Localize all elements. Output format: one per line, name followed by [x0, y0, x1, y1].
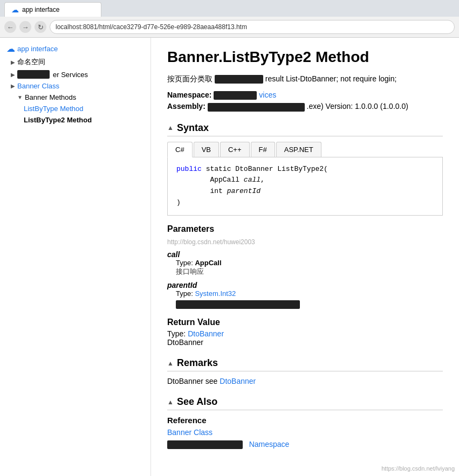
- assembly-redacted: [208, 103, 305, 112]
- redacted-inline: [215, 75, 263, 84]
- refresh-button[interactable]: ↻: [35, 21, 46, 33]
- return-type-row: Type: DtoBanner: [167, 329, 443, 338]
- sidebar-item-services[interactable]: ▶ er Services: [0, 68, 150, 80]
- syntax-header: ▲ Syntax: [167, 122, 443, 136]
- back-button[interactable]: ←: [4, 21, 16, 33]
- param1-name: call: [167, 250, 443, 259]
- return-type-link[interactable]: DtoBanner: [188, 329, 224, 338]
- return-desc: DtoBanner: [167, 338, 443, 347]
- return-section: Return Value Type: DtoBanner DtoBanner: [167, 318, 443, 347]
- banner-class-ref-row: Banner Class: [167, 428, 443, 437]
- desc-suffix: result List-DtoBanner; not require login…: [265, 74, 397, 83]
- code-tabs: C# VB C++ F# ASP.NET: [167, 142, 443, 157]
- cloud-tab-icon: ☁: [11, 5, 19, 14]
- reference-title: Reference: [167, 416, 443, 425]
- tab-fsharp[interactable]: F#: [251, 142, 275, 157]
- sidebar-listbytype-link[interactable]: ListByType Method: [24, 105, 84, 113]
- sidebar-app-link[interactable]: app interface: [17, 45, 58, 53]
- footer-watermark: https://blog.csdn.net/lviyang: [381, 465, 455, 472]
- syntax-label: Syntax: [177, 122, 209, 134]
- see-also-section: Reference Banner Class Namespace: [167, 416, 443, 449]
- remarks-collapse-icon[interactable]: ▲: [167, 360, 174, 367]
- param2-redacted: [176, 300, 300, 309]
- kw-public: public: [176, 165, 202, 173]
- cloud-icon: ☁: [6, 44, 15, 54]
- parameters-section: Parameters http://blog.csdn.net/huwei200…: [167, 224, 443, 309]
- sidebar-item-banner-class[interactable]: ▶ Banner Class: [0, 80, 150, 92]
- sidebar-item-banner-methods[interactable]: ▼ Banner Methods: [0, 92, 150, 103]
- arrow-icon: ▶: [11, 59, 15, 65]
- remarks-label: Remarks: [177, 357, 218, 369]
- remarks-text: DtoBanner see DtoBanner: [167, 377, 443, 385]
- description: 按页面分类取 result List-DtoBanner; not requir…: [167, 74, 443, 84]
- browser-chrome: ☁ app interface ← → ↻: [0, 0, 459, 38]
- sidebar-listbytype2-label: ListByType2 Method: [24, 116, 92, 124]
- param2-name: parentId: [167, 281, 443, 289]
- address-bar[interactable]: [50, 20, 455, 34]
- tab-bar: ☁ app interface: [0, 0, 459, 17]
- sidebar-item-listbytype[interactable]: ListByType Method: [0, 103, 150, 114]
- tab-vb[interactable]: VB: [194, 142, 219, 157]
- main-layout: ☁ app interface ▶ 命名空间 ▶ er Services ▶ B…: [0, 38, 459, 476]
- sidebar-item-listbytype2[interactable]: ListByType2 Method: [0, 114, 150, 126]
- tab-cpp[interactable]: C++: [220, 142, 250, 157]
- param1-type: Type: AppCall: [176, 259, 443, 267]
- code-int: int parentId: [176, 187, 261, 195]
- collapse-arrow-icon[interactable]: ▲: [167, 124, 174, 132]
- arrow-open-icon: ▼: [17, 94, 23, 100]
- namespace-label: Namespace:: [167, 91, 212, 99]
- desc-prefix: 按页面分类取: [167, 74, 213, 83]
- see-also-header: ▲ See Also: [167, 396, 443, 410]
- param2-redacted-row: [176, 300, 443, 309]
- namespace-ref-link[interactable]: Namespace: [249, 440, 290, 449]
- param1-desc: 接口响应: [176, 267, 443, 277]
- return-title: Return Value: [167, 318, 443, 327]
- page-title: Banner.ListByType2 Method: [167, 49, 443, 66]
- assembly-row: Assembly: .exe) Version: 1.0.0.0 (1.0.0.…: [167, 102, 443, 111]
- assembly-label: Assembly:: [167, 102, 205, 111]
- code-block: public static DtoBanner ListByType2( App…: [167, 157, 443, 216]
- code-appcall: AppCall call,: [176, 176, 265, 184]
- sidebar-banner-methods-label: Banner Methods: [25, 93, 76, 101]
- sidebar: ☁ app interface ▶ 命名空间 ▶ er Services ▶ B…: [0, 38, 151, 476]
- redacted-block: [17, 70, 50, 79]
- tab-aspnet[interactable]: ASP.NET: [276, 142, 321, 157]
- remarks-prefix: DtoBanner see: [167, 377, 220, 385]
- param2-type: Type: System.Int32: [176, 289, 443, 298]
- browser-toolbar: ← → ↻: [0, 17, 459, 37]
- forward-button[interactable]: →: [19, 21, 31, 33]
- arrow-icon: ▶: [11, 72, 15, 78]
- param2-type-link[interactable]: System.Int32: [195, 289, 236, 298]
- remarks-header: ▲ Remarks: [167, 357, 443, 371]
- param1-type-value: AppCall: [195, 259, 221, 267]
- tab-csharp[interactable]: C#: [167, 142, 193, 157]
- sidebar-banner-class-link[interactable]: Banner Class: [17, 82, 59, 90]
- namespace-link[interactable]: vices: [259, 91, 276, 99]
- sidebar-item-app[interactable]: ☁ app interface: [0, 42, 150, 56]
- assembly-suffix: .exe) Version: 1.0.0.0 (1.0.0.0): [307, 102, 408, 111]
- banner-class-ref-link[interactable]: Banner Class: [167, 428, 213, 437]
- parameters-title: Parameters: [167, 224, 443, 234]
- see-also-label: See Also: [177, 396, 217, 408]
- namespace-ref-redacted: [167, 440, 243, 449]
- sidebar-namespace-label: 命名空间: [17, 57, 45, 67]
- code-static: static DtoBanner ListByType2(: [206, 165, 328, 173]
- watermark-text: http://blog.csdn.net/huwei2003: [167, 238, 443, 246]
- content-area: Banner.ListByType2 Method 按页面分类取 result …: [151, 38, 459, 476]
- see-also-collapse-icon[interactable]: ▲: [167, 398, 174, 406]
- remarks-link[interactable]: DtoBanner: [220, 377, 256, 385]
- arrow-icon: ▶: [11, 83, 15, 89]
- sidebar-services-label: er Services: [53, 71, 88, 79]
- param2-type-prefix: Type:: [176, 289, 195, 298]
- browser-tab[interactable]: ☁ app interface: [4, 2, 101, 17]
- return-type-prefix: Type:: [167, 329, 188, 338]
- tab-title: app interface: [22, 6, 59, 13]
- namespace-row: Namespace: vices: [167, 91, 443, 100]
- namespace-redacted: [214, 91, 257, 100]
- code-close: ): [176, 198, 181, 206]
- sidebar-item-namespace[interactable]: ▶ 命名空间: [0, 56, 150, 68]
- namespace-ref-row: Namespace: [167, 440, 443, 449]
